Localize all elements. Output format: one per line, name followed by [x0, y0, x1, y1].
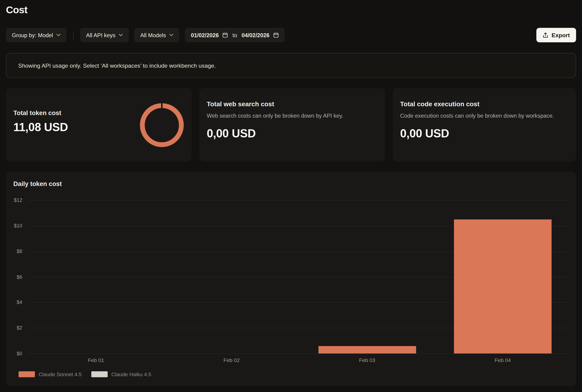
- legend-swatch: [91, 371, 108, 377]
- legend-label: Claude Haiku 4.5: [111, 371, 151, 377]
- legend-item[interactable]: Claude Haiku 4.5: [91, 371, 151, 377]
- chart-legend: Claude Sonnet 4.5Claude Haiku 4.5: [18, 371, 151, 377]
- date-from-value[interactable]: 01/02/2026: [191, 32, 219, 38]
- web-search-value: 0,00 USD: [207, 127, 376, 140]
- legend-swatch: [18, 371, 35, 377]
- api-keys-dropdown[interactable]: All API keys: [80, 28, 129, 42]
- gridline: [28, 354, 570, 354]
- toolbar: Group by: Model All API keys All Models …: [6, 28, 576, 42]
- web-search-subtitle: Web search costs can only be broken down…: [207, 112, 376, 119]
- calendar-icon[interactable]: [273, 32, 279, 38]
- chart-title: Daily token cost: [13, 180, 61, 188]
- cost-page: Cost Group by: Model All API keys All Mo…: [0, 0, 582, 392]
- bar-slot: [435, 200, 570, 354]
- y-tick-label: $10: [14, 223, 22, 228]
- legend-label: Claude Sonnet 4.5: [38, 371, 81, 377]
- chevron-down-icon: [56, 34, 61, 36]
- donut-segment-gap: [161, 103, 162, 108]
- y-tick-label: $0: [17, 350, 22, 356]
- y-tick-label: $8: [17, 248, 22, 254]
- code-execution-title: Total code execution cost: [400, 100, 567, 108]
- date-to-value[interactable]: 04/02/2026: [241, 32, 269, 38]
- y-tick-label: $12: [14, 198, 22, 203]
- bar-slot: [164, 200, 299, 354]
- plot-area: [28, 200, 570, 354]
- daily-token-cost-card: Daily token cost $0$2$4$6$8$10$12 Feb 01…: [6, 172, 576, 386]
- export-icon: [543, 32, 548, 38]
- calendar-icon[interactable]: [222, 32, 228, 38]
- x-tick-label: Feb 01: [88, 357, 104, 363]
- date-to-label: to: [232, 32, 237, 38]
- chevron-down-icon: [119, 34, 123, 36]
- chevron-down-icon: [169, 34, 174, 36]
- api-usage-banner: Showing API usage only. Select ‘All work…: [6, 53, 576, 78]
- token-cost-donut-chart[interactable]: [140, 103, 184, 147]
- x-tick-label: Feb 03: [359, 357, 375, 363]
- group-by-label: Group by: Model: [12, 32, 53, 38]
- export-button[interactable]: Export: [537, 28, 576, 42]
- x-tick-label: Feb 02: [224, 357, 240, 363]
- export-label: Export: [552, 32, 570, 38]
- banner-text: Showing API usage only. Select ‘All work…: [18, 62, 216, 69]
- bar-feb-03[interactable]: [318, 346, 416, 354]
- bar-feb-04[interactable]: [454, 219, 552, 354]
- total-code-execution-cost-card: Total code execution cost Code execution…: [393, 88, 576, 161]
- models-dropdown[interactable]: All Models: [134, 28, 179, 42]
- models-label: All Models: [140, 32, 166, 38]
- date-range-picker[interactable]: 01/02/2026 to 04/02/2026: [185, 28, 285, 42]
- y-tick-label: $4: [17, 300, 22, 305]
- group-by-dropdown[interactable]: Group by: Model: [6, 28, 66, 42]
- y-axis-labels: $0$2$4$6$8$10$12: [6, 200, 25, 354]
- api-keys-label: All API keys: [86, 32, 115, 38]
- total-web-search-cost-card: Total web search cost Web search costs c…: [199, 88, 385, 161]
- bar-slot: [299, 200, 435, 354]
- code-execution-subtitle: Code execution costs can only be broken …: [400, 112, 567, 119]
- web-search-title: Total web search cost: [207, 100, 376, 108]
- code-execution-value: 0,00 USD: [400, 127, 567, 140]
- toolbar-divider: [73, 31, 73, 39]
- page-title: Cost: [6, 4, 27, 16]
- legend-item[interactable]: Claude Sonnet 4.5: [18, 371, 81, 377]
- y-tick-label: $2: [17, 325, 22, 330]
- total-token-cost-card: Total token cost 11,08 USD: [6, 88, 192, 161]
- y-tick-label: $6: [17, 274, 22, 280]
- x-tick-label: Feb 04: [495, 357, 511, 363]
- x-axis-labels: Feb 01Feb 02Feb 03Feb 04: [28, 357, 570, 364]
- bar-slot: [28, 200, 164, 354]
